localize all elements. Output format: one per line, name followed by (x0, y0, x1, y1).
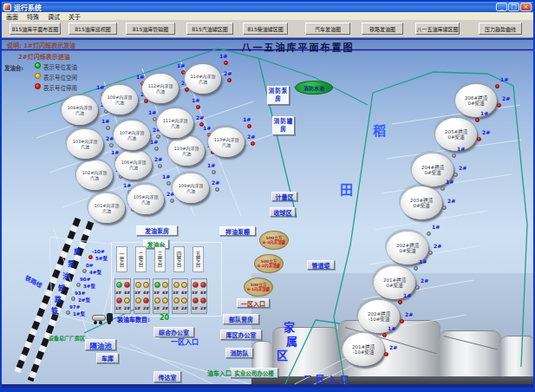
bay4-lamp (143, 282, 149, 288)
pump-name: 4#泵 (89, 269, 101, 276)
lamp1-indicator (224, 61, 228, 65)
toolbar-button-diesel-area[interactable]: 815柴油罐区图 (243, 23, 288, 35)
lamp2-label: 2# (389, 345, 397, 350)
gas-tank-112: 112#内浮顶汽油1#2# (142, 74, 179, 103)
toolbar-button-patrol-view[interactable]: 815油库巡视图 (69, 23, 117, 35)
lamp2-label: 2# (421, 278, 428, 284)
truck-count-label: 装油车数目: (117, 315, 150, 323)
legend-green-label: 表示号位发油 (43, 62, 77, 71)
bay1-lamp (173, 297, 179, 304)
tank-product: 0#柴油 (447, 134, 464, 140)
toolbar-button-pipeline-view[interactable]: 815油库管输图 (126, 23, 175, 35)
toolbar-button-rail-dispatch[interactable]: 铁路发油图 (362, 23, 403, 35)
lamp2-label: 2# (459, 166, 466, 171)
tank-symbol[interactable]: 106#内浮顶汽油 (115, 150, 152, 180)
tank-product: 0#柴油 (413, 203, 429, 208)
tank-product: 汽油 (102, 208, 111, 213)
diesel-tank-203: 203#拱顶0#柴油1#2# (401, 186, 442, 219)
lamp2-indicator (442, 206, 447, 210)
bay4-label: 4# (181, 291, 187, 295)
tank-symbol[interactable]: 114#内浮顶汽油 (185, 64, 221, 94)
tank-symbol[interactable]: 108#内浮顶汽油 (101, 85, 138, 114)
menu-item-debug[interactable]: 调试 (43, 12, 64, 21)
menu-bar: 画面 特殊 调试 关于 (2, 12, 533, 20)
title-bar[interactable]: 运行系统 _ □ × (2, 2, 533, 12)
bay4-lamp (162, 282, 168, 288)
rail-pump-5: -10#5#泵 (88, 249, 114, 261)
tank-product: 汽油 (129, 165, 138, 170)
bay3-label: 3# (134, 291, 140, 295)
tank-symbol[interactable]: 201#拱顶-10#柴油 (343, 333, 384, 366)
platform-4-lamps: 3#4#1#2# (172, 278, 188, 314)
lamp1-indicator (196, 105, 200, 109)
fire-water-pool: 消防水池 (295, 81, 333, 95)
tank-symbol[interactable]: 101#内浮顶汽油 (88, 193, 125, 223)
bay4-label: 4# (200, 291, 206, 295)
lamp1-indicator (414, 266, 418, 271)
gas-tank-102: 102#内浮顶汽油1#2# (76, 160, 113, 190)
bay1-label: 1# (192, 307, 198, 310)
minimize-button[interactable]: _ (496, 3, 507, 11)
zone1-gate-box: 一区入口 (237, 298, 270, 308)
lamp1-indicator (495, 84, 499, 88)
lamp1-label: 1# (480, 111, 488, 116)
legend-line2: 2#灯闪烁表示进油 (18, 52, 70, 61)
lamp1-label: 1# (162, 174, 170, 180)
menu-item-special[interactable]: 特殊 (23, 12, 43, 21)
pump-grade: -10# (92, 249, 105, 254)
rail-pump-3: 90#3#泵 (76, 277, 102, 289)
tank-symbol[interactable]: 109#内浮顶汽油 (173, 173, 209, 203)
platform-1-lamps: 3#4#1#2# (114, 278, 131, 314)
app-icon (3, 3, 11, 11)
pump-lamp (71, 297, 75, 301)
bay3-lamp (135, 282, 141, 288)
maximize-button[interactable]: □ (508, 3, 519, 11)
lamp2-label: 2# (224, 71, 232, 76)
lamp1-label: 1# (419, 259, 427, 265)
tank-symbol[interactable]: 203#拱顶0#柴油 (401, 186, 442, 219)
tank-symbol[interactable]: 112#内浮顶汽油 (142, 74, 179, 103)
toolbar-button-pressure-trend[interactable]: 压力趋势曲线 (479, 23, 522, 35)
bay3-lamp (173, 282, 179, 288)
toolbar-button-tank-area[interactable]: 八一五油库罐区图 (415, 23, 460, 35)
close-button[interactable]: × (520, 3, 532, 11)
truck-entrance-label: 油车入口 (207, 369, 232, 377)
factory-area-label: 设备总厂厂房区 (49, 334, 85, 342)
truck-wheel (94, 321, 97, 324)
gas-tank-113: 113#内浮顶汽油1#2# (208, 127, 245, 157)
bottom-border (2, 384, 533, 388)
menu-item-about[interactable]: 关于 (64, 12, 85, 21)
tank-symbol[interactable]: 111#内浮顶汽油 (157, 108, 193, 138)
lamp2-label: 2# (212, 180, 219, 186)
toolbar: 815油库平面布置图 815油库巡视图 815油库管输图 815汽油罐区图 81… (2, 20, 533, 37)
tank-symbol[interactable]: 104#内浮顶汽油 (62, 95, 98, 125)
tank-symbol[interactable]: 107#内浮顶汽油 (114, 121, 150, 150)
lamp1-label: 1# (388, 326, 395, 331)
tank-product: -10#柴油 (369, 317, 390, 322)
lamp2-indicator (400, 319, 404, 323)
bay2-label: 2# (143, 307, 149, 310)
bay3-lamp (192, 282, 199, 288)
toolbar-button-gasoline-area[interactable]: 815汽油罐区图 (186, 23, 233, 35)
toolbar-button-plan-layout[interactable]: 815油库平面布置图 (10, 23, 61, 35)
tank-product: 0#柴油 (399, 248, 415, 253)
tank-symbol[interactable]: 206#拱顶0#柴油 (455, 84, 497, 117)
tank-symbol[interactable]: 205#拱顶0#柴油 (435, 118, 477, 151)
lamp2-indicator (199, 122, 204, 127)
tank-symbol[interactable]: 113#内浮顶汽油 (208, 127, 245, 157)
tank-symbol[interactable]: 110#内浮顶汽油 (168, 136, 205, 166)
diesel-tank-205: 205#拱顶0#柴油1#2# (435, 118, 477, 151)
tank-product: 汽油 (171, 123, 179, 128)
tank-symbol[interactable]: 103#内浮顶汽油 (67, 129, 103, 159)
toolbar-button-truck-dispatch[interactable]: 汽车发油图 (305, 23, 350, 35)
rail-house-char: 铁 (51, 305, 58, 315)
menu-item-screens[interactable]: 画面 (2, 12, 23, 21)
tank-symbol[interactable]: 102#内浮顶汽油 (76, 160, 113, 190)
lamp2-label: 2# (106, 136, 114, 141)
legend-yellow-lamp-icon (35, 73, 41, 79)
platform-1-name: 一号台 (116, 246, 127, 272)
legend-red-label: 表示号位停用 (43, 83, 77, 92)
gas-tank-110: 110#内浮顶汽油1#2# (168, 136, 205, 166)
lamp1-indicator (440, 186, 445, 191)
tank-symbol[interactable]: 105#内浮顶汽油 (127, 185, 164, 214)
